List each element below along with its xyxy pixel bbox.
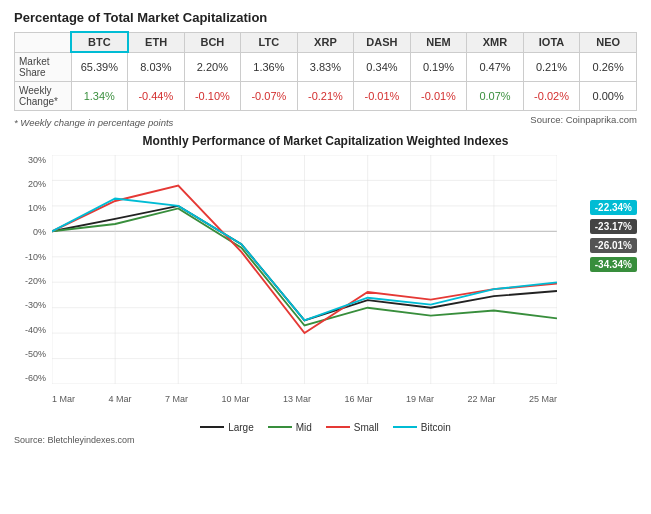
chart-title: Monthly Performance of Market Capitaliza… [14, 134, 637, 148]
chart-wrapper: 30% 20% 10% 0% -10% -20% -30% -40% -50% … [14, 150, 637, 420]
legend-line-bitcoin [393, 426, 417, 428]
footnote: * Weekly change in percentage points [14, 117, 173, 128]
source-top: Source: Coinpaprika.com [530, 114, 637, 125]
col-btc: BTC [71, 32, 128, 52]
table-row-market-share: MarketShare 65.39% 8.03% 2.20% 1.36% 3.8… [15, 52, 637, 81]
x-axis: 1 Mar 4 Mar 7 Mar 10 Mar 13 Mar 16 Mar 1… [52, 394, 557, 404]
badge-large: -23.17% [590, 219, 637, 234]
col-nem: NEM [410, 32, 467, 52]
legend-mid: Mid [268, 422, 312, 433]
col-neo: NEO [580, 32, 637, 52]
col-ltc: LTC [241, 32, 298, 52]
y-axis: 30% 20% 10% 0% -10% -20% -30% -40% -50% … [14, 155, 50, 384]
market-cap-table: BTC ETH BCH LTC XRP DASH NEM XMR IOTA NE… [14, 31, 637, 111]
badge-bitcoin: -22.34% [590, 200, 637, 215]
chart-svg [52, 155, 557, 384]
legend-bitcoin: Bitcoin [393, 422, 451, 433]
col-dash: DASH [354, 32, 411, 52]
col-xmr: XMR [467, 32, 524, 52]
top-title: Percentage of Total Market Capitalizatio… [14, 10, 637, 25]
legend-small: Small [326, 422, 379, 433]
legend-large: Large [200, 422, 254, 433]
legend-line-large [200, 426, 224, 428]
col-eth: ETH [128, 32, 185, 52]
legend-line-small [326, 426, 350, 428]
source-bottom: Source: Bletchleyindexes.com [14, 435, 637, 445]
table-row-weekly-change: WeeklyChange* 1.34% -0.44% -0.10% -0.07%… [15, 81, 637, 110]
chart-area [52, 155, 557, 384]
col-bch: BCH [184, 32, 241, 52]
badge-mid: -26.01% [590, 238, 637, 253]
legend-badges: -22.34% -23.17% -26.01% -34.34% [590, 200, 637, 272]
col-xrp: XRP [297, 32, 354, 52]
col-iota: IOTA [523, 32, 580, 52]
chart-legend: Large Mid Small Bitcoin [14, 422, 637, 433]
badge-small: -34.34% [590, 257, 637, 272]
legend-line-mid [268, 426, 292, 428]
